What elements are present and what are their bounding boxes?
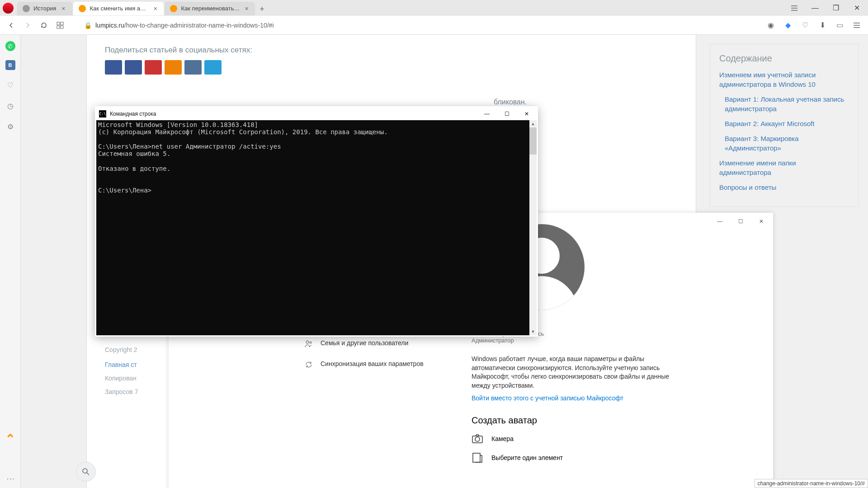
minimize-icon[interactable]: — (807, 1, 824, 15)
shield-icon[interactable]: ◆ (782, 19, 794, 31)
url-input[interactable]: 🔒 lumpics.ru/how-to-change-administrator… (84, 22, 760, 29)
svg-point-7 (306, 341, 309, 343)
toc-link[interactable]: Вариант 2: Аккаунт Microsoft (725, 119, 849, 128)
back-button[interactable] (5, 19, 17, 31)
avatar-browse-row[interactable]: Выберите один элемент (472, 452, 755, 464)
nav-sync[interactable]: Синхронизация ваших параметров (304, 360, 444, 369)
easy-setup-icon[interactable] (786, 1, 803, 15)
maximize-icon[interactable]: ❐ (827, 1, 844, 15)
battery-icon[interactable]: ▭ (834, 19, 845, 31)
cmd-titlebar[interactable]: C:\ Командная строка — ☐ ✕ (96, 108, 537, 120)
toc-panel: Содержание Изменяем имя учетной записи а… (710, 44, 859, 207)
nav-family[interactable]: Семья и другие пользователи (304, 339, 444, 348)
cmd-output[interactable]: Microsoft Windows [Version 10.0.18363.41… (96, 120, 529, 335)
forward-button[interactable] (22, 19, 33, 31)
svg-rect-0 (57, 22, 60, 25)
tab-label: Как сменить имя админис (90, 5, 149, 12)
reload-button[interactable] (38, 19, 50, 31)
toc-link[interactable]: Вариант 1: Локальная учетная запись адми… (725, 94, 849, 113)
settings-description: Windows работает лучше, когда ваши парам… (472, 355, 675, 390)
copyright-text: Copyright 2 (105, 346, 137, 353)
close-icon[interactable]: ✕ (848, 1, 865, 15)
more-icon[interactable]: ⋯ (6, 474, 14, 483)
user-role: Администратор (472, 337, 755, 344)
share-heading: Поделиться статьей в социальных сетях: (105, 46, 678, 55)
svg-rect-11 (473, 453, 480, 462)
history-icon[interactable]: ◷ (5, 100, 16, 112)
minimize-icon[interactable]: — (477, 108, 497, 120)
scroll-up-icon[interactable]: ⌃ (5, 432, 15, 446)
cmd-icon: C:\ (99, 110, 106, 117)
tab-label: Как переименовать папку (181, 5, 240, 12)
svg-point-4 (83, 469, 87, 473)
heart-icon[interactable]: ♡ (5, 79, 16, 91)
close-icon[interactable]: × (244, 5, 250, 12)
download-icon[interactable]: ⬇ (816, 19, 828, 31)
share-fb2[interactable] (125, 60, 142, 75)
svg-point-8 (310, 342, 311, 343)
svg-point-10 (475, 437, 480, 441)
cmd-window: C:\ Командная строка — ☐ ✕ Microsoft Win… (95, 106, 538, 337)
cmd-scrollbar[interactable]: ▲ ▼ (529, 120, 537, 335)
toc-link[interactable]: Изменяем имя учетной записи администрато… (719, 70, 849, 89)
maximize-icon[interactable]: ☐ (497, 108, 517, 120)
create-avatar-title: Создать аватар (472, 415, 755, 426)
share-vk[interactable] (184, 60, 202, 75)
browser-sidebar: ✆ B ♡ ◷ ⚙ ⌃ ⋯ (0, 35, 21, 488)
scroll-up-icon[interactable]: ▲ (529, 120, 537, 127)
camera-icon (472, 433, 483, 445)
share-fb[interactable] (105, 60, 122, 75)
svg-rect-3 (61, 26, 63, 28)
share-tg[interactable] (204, 60, 222, 75)
menu-icon[interactable] (851, 19, 863, 31)
tab-change-admin[interactable]: Как сменить имя админис × (73, 2, 164, 15)
vk-icon[interactable]: B (5, 60, 15, 70)
browser-tabstrip: История × Как сменить имя админис × Как … (0, 0, 868, 16)
page-content: Поделиться статьей в социальных сетях: б… (21, 35, 868, 488)
toc-title: Содержание (719, 53, 849, 64)
snapshot-icon[interactable]: ◉ (765, 19, 777, 31)
search-button[interactable] (76, 462, 96, 482)
speed-dial-icon[interactable] (54, 19, 66, 31)
comment-hint-fragment: бликован. (494, 98, 527, 106)
browse-icon (472, 452, 483, 464)
sync-icon (304, 360, 313, 369)
address-bar: 🔒 lumpics.ru/how-to-change-administrator… (0, 16, 868, 35)
tab-label: История (33, 5, 56, 12)
scroll-thumb[interactable] (529, 127, 537, 155)
tab-history[interactable]: История × (17, 2, 72, 15)
ms-signin-link[interactable]: Войти вместо этого с учетной записью Май… (472, 394, 755, 402)
svg-rect-1 (61, 22, 63, 25)
share-red[interactable] (145, 60, 162, 75)
toc-link[interactable]: Вопросы и ответы (719, 183, 849, 192)
toc-link[interactable]: Изменение имени папки администратора (719, 158, 849, 177)
opera-logo-icon[interactable] (3, 3, 14, 14)
new-tab-button[interactable]: + (256, 4, 268, 15)
share-ok[interactable] (165, 60, 182, 75)
scroll-down-icon[interactable]: ▼ (529, 328, 537, 335)
people-icon (304, 339, 313, 348)
share-buttons (105, 60, 678, 75)
tab-rename-folder[interactable]: Как переименовать папку × (165, 2, 255, 15)
close-icon[interactable]: ✕ (517, 108, 537, 120)
whatsapp-icon[interactable]: ✆ (5, 41, 15, 51)
lock-icon: 🔒 (84, 22, 92, 29)
toc-link[interactable]: Вариант 3: Маркировка «Администратор» (725, 134, 849, 153)
status-bar-url: change-administrator-name-in-windows-10/… (755, 479, 868, 488)
avatar-camera-row[interactable]: Камера (472, 433, 755, 445)
close-icon[interactable]: × (60, 5, 67, 12)
requests-text: Запросов 7 (105, 388, 138, 395)
gear-icon[interactable]: ⚙ (5, 121, 16, 132)
close-icon[interactable]: × (152, 5, 158, 12)
svg-rect-2 (57, 26, 60, 28)
heart-icon[interactable]: ♡ (799, 19, 811, 31)
